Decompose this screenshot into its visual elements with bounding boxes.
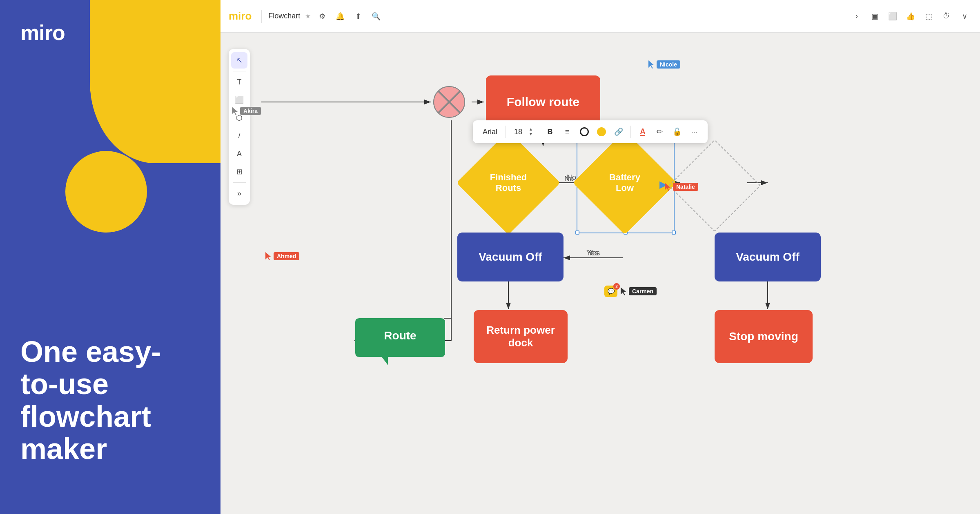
- pen-tool[interactable]: A: [231, 146, 247, 162]
- vacuum-off-node-1[interactable]: Vacuum Off: [457, 233, 564, 281]
- text-color-icon: A: [640, 128, 645, 136]
- lock-button[interactable]: 🔓: [670, 125, 684, 139]
- finished-routs-node[interactable]: FinishedRouts: [472, 146, 545, 219]
- frame-tool[interactable]: ⊞: [231, 164, 247, 180]
- ft-sep-3: [630, 126, 631, 138]
- canvas-area: miro Flowchart ★ ⚙ 🔔 ⬆ 🔍 › ▣ ⬜ 👍 ⬚ ⏱ ∨ ↖…: [220, 0, 980, 514]
- stop-moving-node[interactable]: Stop moving: [715, 310, 813, 363]
- circle-outline-icon: [580, 127, 589, 136]
- shape-tool[interactable]: ⬜: [231, 92, 247, 108]
- format-toolbar: Arial 18 ▲ ▼ B ≡ 🔗 A ✏ 🔓 ···: [473, 120, 708, 143]
- topbar: miro Flowchart ★ ⚙ 🔔 ⬆ 🔍 › ▣ ⬜ 👍 ⬚ ⏱ ∨: [220, 0, 980, 33]
- export-icon[interactable]: ⬚: [921, 9, 936, 24]
- finished-routs-text: FinishedRouts: [472, 146, 545, 219]
- size-arrows[interactable]: ▲ ▼: [529, 127, 533, 136]
- share-icon[interactable]: ⬆: [352, 10, 365, 23]
- yellow-circle: [65, 151, 147, 233]
- nicole-label: Nicole: [657, 60, 680, 69]
- yes-arrow-label: Yes: [586, 249, 598, 257]
- toolbar-divider-1: [233, 71, 246, 71]
- flowchart-canvas: No Yes Arial 18 ▲ ▼ B ≡ 🔗 A ✏: [220, 33, 980, 514]
- pen-button[interactable]: ✏: [653, 125, 667, 139]
- battery-low-text: BatteryLow: [588, 146, 662, 219]
- ahmed-label: Ahmed: [274, 252, 299, 260]
- left-toolbar: ↖ T ⬜ ⬡ / A ⊞ »: [229, 49, 250, 205]
- carmen-label: Carmen: [629, 287, 657, 295]
- like-icon[interactable]: 👍: [903, 9, 918, 24]
- tagline: One easy-to-use flowchart maker: [20, 336, 192, 465]
- collapse-icon[interactable]: ›: [849, 9, 864, 24]
- board-title[interactable]: Flowchart: [268, 12, 300, 20]
- akira-cursor: Akira: [232, 107, 261, 115]
- notifications-icon[interactable]: 🔔: [334, 10, 347, 23]
- carmen-badge: 2: [613, 283, 620, 290]
- line-tool[interactable]: /: [231, 128, 247, 144]
- ft-sep-2: [538, 126, 538, 138]
- size-down[interactable]: ▼: [529, 132, 533, 136]
- settings-icon[interactable]: ⚙: [316, 10, 329, 23]
- circle-x-node[interactable]: [431, 84, 468, 120]
- return-power-dock-text: Return power dock: [474, 324, 568, 349]
- more-tools[interactable]: »: [231, 185, 247, 202]
- more-format-button[interactable]: ···: [687, 125, 701, 139]
- akira-label: Akira: [240, 107, 261, 115]
- search-icon[interactable]: 🔍: [370, 10, 383, 23]
- select-tool[interactable]: ↖: [231, 52, 247, 69]
- bold-button[interactable]: B: [543, 125, 557, 139]
- route-node[interactable]: Route: [355, 318, 445, 367]
- ft-sep-1: [506, 126, 506, 138]
- carmen-chat-icon: 💬 2: [604, 286, 617, 297]
- yellow-circle-button[interactable]: [595, 125, 608, 139]
- align-button[interactable]: ≡: [560, 125, 574, 139]
- arrows-layer: [220, 33, 980, 514]
- font-size[interactable]: 18: [511, 128, 526, 136]
- size-up[interactable]: ▲: [529, 127, 533, 131]
- handle-bl[interactable]: [575, 230, 579, 235]
- natalie-cursor: Natalie: [665, 183, 698, 191]
- vacuum-off-node-2[interactable]: Vacuum Off: [715, 233, 821, 281]
- topbar-separator: [261, 10, 262, 23]
- miro-logo-topbar: miro: [229, 10, 252, 22]
- table-icon[interactable]: ▣: [867, 9, 882, 24]
- toolbar-divider-2: [233, 182, 246, 183]
- battery-low-node[interactable]: BatteryLow: [588, 146, 662, 219]
- topbar-right-actions: › ▣ ⬜ 👍 ⬚ ⏱ ∨: [849, 9, 972, 24]
- left-panel: miro One easy-to-use flowchart maker: [0, 0, 220, 514]
- miro-logo-left: miro: [20, 20, 65, 45]
- presentation-icon[interactable]: ⬜: [885, 9, 900, 24]
- carmen-cursor: 💬 2 Carmen: [604, 286, 657, 297]
- no-arrow-label: No: [564, 175, 574, 183]
- star-icon[interactable]: ★: [305, 12, 311, 20]
- yellow-decoration: [90, 0, 220, 163]
- text-tool[interactable]: T: [231, 74, 247, 90]
- svg-text:Route: Route: [384, 329, 416, 342]
- more-icon[interactable]: ∨: [957, 9, 972, 24]
- color-swatch-icon: [597, 127, 606, 136]
- timer-icon[interactable]: ⏱: [939, 9, 954, 24]
- font-family[interactable]: Arial: [479, 128, 501, 136]
- text-color-button[interactable]: A: [636, 125, 650, 139]
- link-button[interactable]: 🔗: [612, 125, 626, 139]
- natalie-label: Natalie: [673, 183, 698, 191]
- nicole-cursor: Nicole: [648, 60, 680, 69]
- ahmed-cursor: Ahmed: [265, 252, 299, 260]
- handle-br[interactable]: [672, 230, 676, 235]
- return-power-dock-node[interactable]: Return power dock: [474, 310, 568, 363]
- outline-circle-button[interactable]: [577, 125, 591, 139]
